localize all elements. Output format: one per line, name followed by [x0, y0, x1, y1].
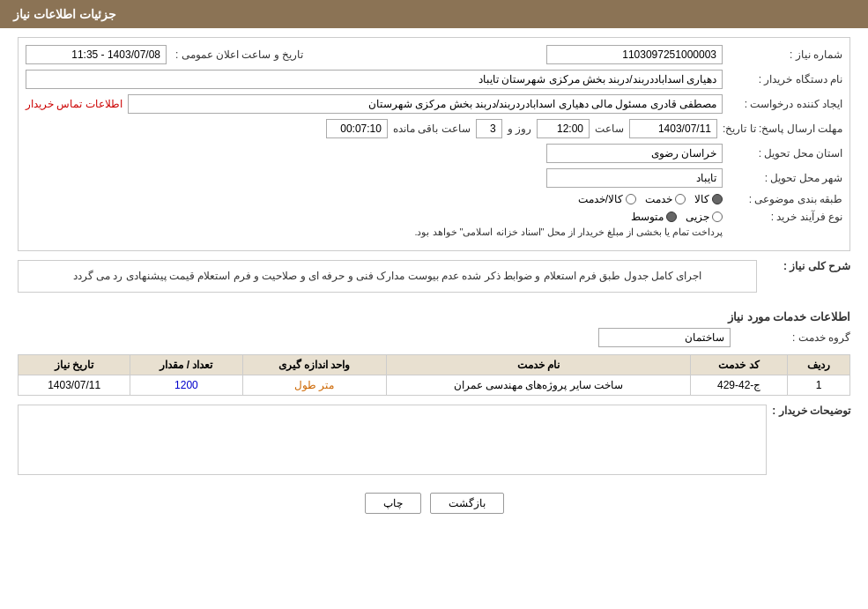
comments-box[interactable] [18, 405, 767, 475]
col-quantity: تعداد / مقدار [130, 355, 242, 375]
category-label: طبقه بندی موضوعی : [728, 193, 842, 205]
group-value: ساختمان [598, 328, 731, 347]
announcement-date-label: تاریخ و ساعت اعلان عمومی : [175, 48, 303, 61]
cell-name: ساخت سایر پروژه‌های مهندسی عمران [386, 375, 691, 396]
response-deadline-label: مهلت ارسال پاسخ: تا تاریخ: [723, 123, 842, 135]
description-label: شرح کلی نیاز : [762, 260, 850, 272]
city-label: شهر محل تحویل : [728, 172, 842, 184]
group-label: گروه خدمت : [736, 331, 850, 344]
radio-kala-label: کالا [694, 193, 709, 205]
col-code: کد خدمت [691, 355, 788, 375]
col-unit: واحد اندازه گیری [242, 355, 386, 375]
response-remaining-value: 00:07:10 [326, 119, 388, 138]
category-radio-group: کالا خدمت کالا/خدمت [578, 193, 723, 205]
requester-contact-link[interactable]: اطلاعات تماس خریدار [26, 98, 122, 110]
requester-label: ایجاد کننده درخواست : [728, 98, 842, 110]
col-name: نام خدمت [386, 355, 691, 375]
purchase-jozi[interactable]: جزیی [686, 211, 723, 223]
buyer-org-label: نام دستگاه خریدار : [728, 73, 842, 85]
remaining-label: ساعت باقی مانده [393, 123, 471, 135]
cell-unit: متر طول [242, 375, 386, 396]
response-days-label: روز و [508, 123, 531, 135]
purchase-motevaset[interactable]: متوسط [631, 211, 677, 223]
radio-khedmat-icon [675, 194, 686, 204]
requester-value: مصطفی قادری مسئول مالی دهیاری اسدابادردر… [128, 94, 723, 114]
category-option-kala-khedmat[interactable]: کالا/خدمت [578, 193, 636, 205]
province-label: استان محل تحویل : [728, 147, 842, 160]
radio-kala-khedmat-icon [626, 194, 636, 204]
services-table: ردیف کد خدمت نام خدمت واحد اندازه گیری ت… [18, 354, 850, 396]
print-button[interactable]: چاپ [365, 493, 421, 514]
comments-label: توضیحات خریدار : [772, 405, 850, 417]
need-number-value: 1103097251000003 [546, 45, 723, 64]
need-number-label: شماره نیاز : [728, 48, 842, 61]
radio-motevaset-label: متوسط [631, 211, 664, 223]
table-row: 1 ج-42-429 ساخت سایر پروژه‌های مهندسی عم… [19, 375, 850, 396]
back-button[interactable]: بازگشت [430, 493, 504, 514]
radio-kala-icon [712, 194, 723, 204]
description-box: اجرای کامل جدول طبق فرم استعلام و ضوابط … [18, 260, 757, 293]
buttons-row: بازگشت چاپ [18, 493, 850, 514]
cell-row: 1 [787, 375, 849, 396]
page-header: جزئیات اطلاعات نیاز [0, 0, 868, 28]
city-value: تایباد [546, 168, 723, 188]
response-time-label: ساعت [595, 123, 624, 135]
response-time-value: 12:00 [537, 119, 590, 138]
announcement-date-value: 1403/07/08 - 11:35 [26, 45, 167, 64]
category-option-kala[interactable]: کالا [694, 193, 723, 205]
buyer-org-value: دهیاری اسداباددربند/دربند بخش مرکزی شهرس… [26, 70, 723, 89]
radio-jozi-icon [712, 212, 723, 222]
services-title: اطلاعات خدمات مورد نیاز [18, 310, 850, 323]
col-date: تاریخ نیاز [19, 355, 130, 375]
description-text: اجرای کامل جدول طبق فرم استعلام و ضوابط … [26, 268, 749, 285]
radio-jozi-label: جزیی [686, 211, 709, 223]
page-title: جزئیات اطلاعات نیاز [13, 7, 116, 21]
purchase-type-label: نوع فرآیند خرید : [728, 211, 842, 223]
radio-kala-khedmat-label: کالا/خدمت [578, 193, 623, 205]
province-value: خراسان رضوی [546, 144, 723, 163]
col-row: ردیف [787, 355, 849, 375]
category-option-khedmat[interactable]: خدمت [645, 193, 686, 205]
cell-quantity: 1200 [130, 375, 242, 396]
cell-date: 1403/07/11 [19, 375, 130, 396]
radio-khedmat-label: خدمت [645, 193, 672, 205]
purchase-note: پرداخت تمام یا بخشی از مبلغ خریدار از مح… [414, 227, 723, 238]
response-date-value: 1403/07/11 [629, 119, 717, 138]
response-days-value: 3 [476, 119, 502, 138]
purchase-type-radio-group: جزیی متوسط [414, 211, 723, 223]
radio-motevaset-icon [666, 212, 677, 222]
cell-code: ج-42-429 [691, 375, 788, 396]
